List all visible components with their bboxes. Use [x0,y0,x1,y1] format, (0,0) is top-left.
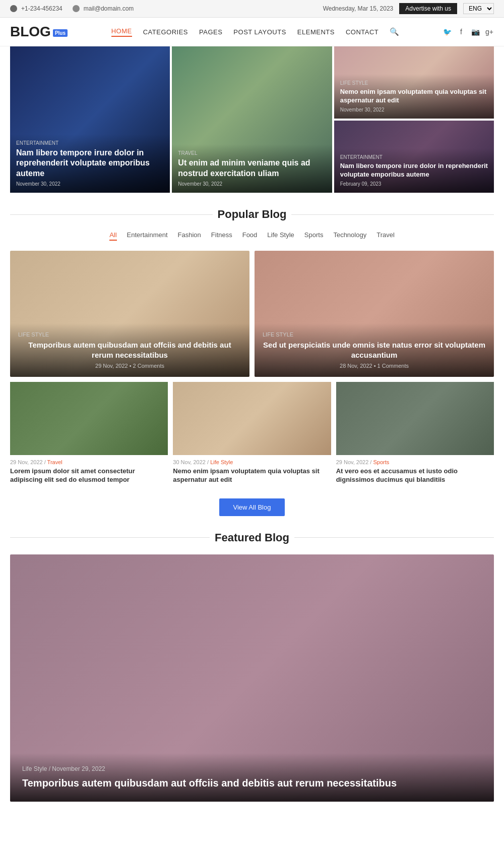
logo[interactable]: BLOG Plus [10,24,68,40]
hero-overlay-2: Travel Ut enim ad minim veniame quis ad … [172,144,332,193]
blog-large-meta-2: 28 Nov, 2022 • 1 Comments [263,363,486,369]
blog-cat-link-1[interactable]: Travel [47,459,62,465]
blog-card-large-1[interactable]: Life Style Temporibus autem quibusdam au… [10,251,249,377]
featured-line-left [10,537,210,538]
hero-date-1: November 30, 2022 [16,181,164,187]
hero-card-top-right[interactable]: Life Style Nemo enim ipsam voluptatem qu… [334,46,494,119]
hero-category-2: Travel [178,150,326,156]
logo-text: BLOG [10,24,51,40]
blog-large-meta-1: 29 Nov, 2022 • 2 Comments [18,363,241,369]
blog-large-row: Life Style Temporibus autem quibusdam au… [10,251,494,377]
blog-cat-link-2[interactable]: Life Style [210,459,233,465]
blog-card-small-2[interactable]: 30 Nov, 2022 / Life Style Nemo enim ipsa… [173,382,331,488]
filter-sports[interactable]: Sports [304,231,324,241]
nav: HOME CATEGORIES PAGES POST LAYOUTS ELEME… [111,27,399,37]
facebook-icon[interactable]: f [457,27,466,36]
filter-all[interactable]: All [109,231,116,241]
blog-card-small-1[interactable]: 29 Nov, 2022 / Travel Lorem ipsum dolor … [10,382,168,488]
filter-fitness[interactable]: Fitness [211,231,232,241]
nav-contact[interactable]: CONTACT [346,28,379,36]
email-icon [73,5,80,12]
filter-lifestyle[interactable]: Life Style [267,231,294,241]
hero-overlay-1: Entertainment Nam libero tempore irure d… [10,134,170,193]
filter-food[interactable]: Food [242,231,258,241]
topbar-phone: +1-234-456234 [10,5,62,12]
blog-card-small-3[interactable]: 29 Nov, 2022 / Sports At vero eos et acc… [336,382,494,488]
view-all-button[interactable]: View All Blog [219,498,285,516]
section-line-left [10,214,213,215]
search-icon[interactable]: 🔍 [390,27,399,36]
advertise-button[interactable]: Advertise with us [399,3,457,14]
filter-fashion[interactable]: Fashion [178,231,201,241]
hero-title-1: Nam libero tempore irure dolor in repreh… [16,148,164,179]
filter-travel[interactable]: Travel [376,231,395,241]
hero-date-2: November 30, 2022 [178,181,326,187]
featured-overlay: Life Style / November 29, 2022 Temporibu… [10,753,494,802]
blog-large-cat-2: Life Style [263,331,486,338]
language-select[interactable]: ENG [463,3,494,14]
hero-category-3: Life Style [340,80,488,86]
blog-meta-1: 29 Nov, 2022 / Travel [10,459,168,465]
featured-section: Life Style / November 29, 2022 Temporibu… [0,554,504,812]
featured-card[interactable]: Life Style / November 29, 2022 Temporibu… [10,554,494,802]
googleplus-icon[interactable]: g+ [485,27,494,36]
nav-home[interactable]: HOME [111,27,132,37]
blog-large-cat-1: Life Style [18,331,241,338]
featured-line-right [294,537,494,538]
hero-overlay-3: Life Style Nemo enim ipsam voluptatem qu… [334,74,494,119]
blog-card-title-2: Nemo enim ipsam voluptatem quia voluptas… [173,467,331,484]
topbar: +1-234-456234 mail@domain.com Wednesday,… [0,0,504,18]
hero-title-4: Nam libero tempore irure dolor in repreh… [340,162,488,179]
hero-card-center[interactable]: Travel Ut enim ad minim veniame quis ad … [172,46,332,193]
blog-text-3: 29 Nov, 2022 / Sports At vero eos et acc… [336,455,494,488]
hero-grid: Entertainment Nam libero tempore irure d… [10,46,494,193]
featured-cat-date: Life Style / November 29, 2022 [22,765,482,772]
blog-small-row: 29 Nov, 2022 / Travel Lorem ipsum dolor … [10,382,494,488]
blog-meta-2: 30 Nov, 2022 / Life Style [173,459,331,465]
blog-cat-link-3[interactable]: Sports [373,459,389,465]
header: BLOG Plus HOME CATEGORIES PAGES POST LAY… [0,18,504,46]
hero-category-1: Entertainment [16,140,164,146]
featured-title: Temporibus autem quibusdam aut offciis a… [22,776,482,790]
hero-date-4: February 09, 2023 [340,181,488,187]
blog-large-title-2: Sed ut perspiciatis unde omnis iste natu… [263,340,486,360]
blog-section: Life Style Temporibus autem quibusdam au… [0,251,504,516]
blog-text-2: 30 Nov, 2022 / Life Style Nemo enim ipsa… [173,455,331,488]
blog-text-1: 29 Nov, 2022 / Travel Lorem ipsum dolor … [10,455,168,488]
phone-number: +1-234-456234 [21,5,62,12]
view-all-wrap: View All Blog [10,498,494,516]
nav-pages[interactable]: PAGES [199,28,222,36]
filter-technology[interactable]: Technology [333,231,366,241]
blog-overlay-large-2: Life Style Sed ut perspiciatis unde omni… [255,323,494,377]
hero-card-bottom-right[interactable]: Entertainment Nam libero tempore irure d… [334,121,494,193]
social-icons: 🐦 f 📷 g+ [443,27,494,36]
blog-card-title-1: Lorem ipsum dolor sit amet consectetur a… [10,467,168,484]
logo-plus: Plus [53,29,68,37]
hero-title-2: Ut enim ad minim veniame quis ad nostrud… [178,158,326,179]
section-line-right [291,214,494,215]
popular-blog-title-wrap: Popular Blog [10,208,494,221]
nav-elements[interactable]: ELEMENTS [297,28,335,36]
featured-blog-title-wrap: Featured Blog [10,531,494,544]
instagram-icon[interactable]: 📷 [471,27,480,36]
nav-post-layouts[interactable]: POST LAYOUTS [233,28,286,36]
blog-overlay-large-1: Life Style Temporibus autem quibusdam au… [10,323,249,377]
blog-large-title-1: Temporibus autem quibusdam aut offciis a… [18,340,241,360]
hero-overlay-4: Entertainment Nam libero tempore irure d… [334,148,494,193]
hero-date-3: November 30, 2022 [340,107,488,113]
blog-card-title-3: At vero eos et accusamus et iusto odio d… [336,467,494,484]
topbar-right: Wednesday, Mar 15, 2023 Advertise with u… [323,3,494,14]
twitter-icon[interactable]: 🐦 [443,27,452,36]
phone-icon [10,5,17,12]
hero-card-large[interactable]: Entertainment Nam libero tempore irure d… [10,46,170,193]
hero-title-3: Nemo enim ipsam voluptatem quia voluptas… [340,88,488,105]
filter-entertainment[interactable]: Entertainment [127,231,168,241]
popular-blog-title: Popular Blog [218,208,287,221]
topbar-left: +1-234-456234 mail@domain.com [10,5,134,12]
nav-categories[interactable]: CATEGORIES [143,28,188,36]
topbar-date: Wednesday, Mar 15, 2023 [323,5,394,12]
hero-category-4: Entertainment [340,154,488,160]
topbar-email: mail@domain.com [73,5,134,12]
blog-card-large-2[interactable]: Life Style Sed ut perspiciatis unde omni… [255,251,494,377]
email-address: mail@domain.com [84,5,134,12]
